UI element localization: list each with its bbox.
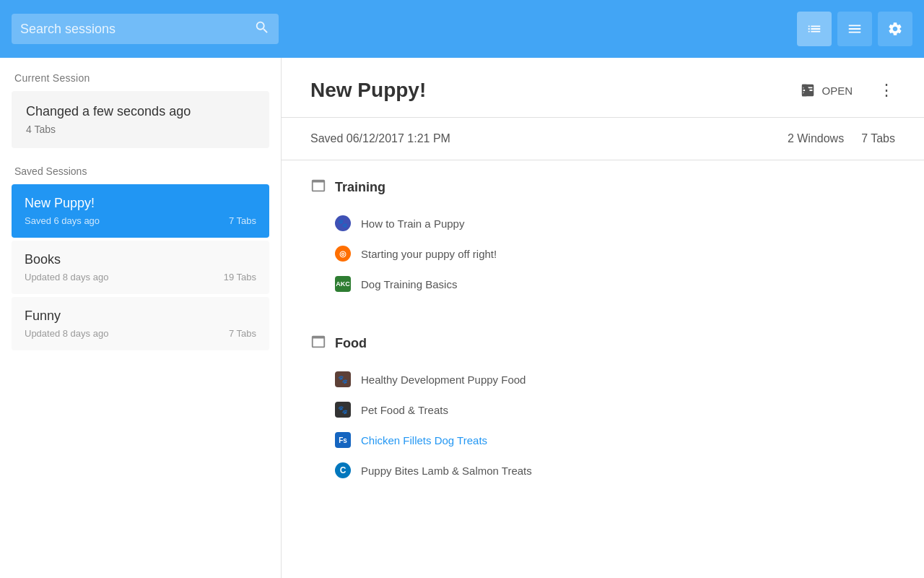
search-icon: [254, 20, 270, 38]
saved-sessions-label: Saved Sessions: [0, 148, 281, 184]
session-name: Funny: [25, 309, 256, 324]
session-item[interactable]: Books Updated 8 days ago 19 Tabs: [12, 241, 269, 294]
detail-panel: New Puppy! OPEN ⋮ Saved 06/12/2017 1:21 …: [282, 58, 924, 578]
tab-title: How to Train a Puppy: [361, 217, 464, 230]
detail-windows-tabs: 2 Windows 7 Tabs: [788, 132, 895, 145]
tab-item[interactable]: 🐾 How to Train a Puppy: [310, 208, 895, 238]
session-date: Updated 8 days ago: [25, 272, 108, 282]
window-label: Training: [335, 180, 385, 195]
tab-title: Puppy Bites Lamb & Salmon Treats: [361, 465, 532, 477]
window-label: Food: [335, 336, 367, 351]
windows-list: Training 🐾 How to Train a Puppy ◎ Starti…: [282, 160, 924, 503]
session-list: New Puppy! Saved 6 days ago 7 Tabs Books…: [0, 184, 281, 350]
tab-item[interactable]: 🐾 Pet Food & Treats: [310, 394, 895, 425]
search-box[interactable]: [12, 14, 279, 44]
tab-item[interactable]: ◎ Starting your puppy off right!: [310, 238, 895, 269]
detail-meta: Saved 06/12/2017 1:21 PM 2 Windows 7 Tab…: [282, 118, 924, 160]
list-dense-view-button[interactable]: [797, 12, 832, 46]
detail-saved-info: Saved 06/12/2017 1:21 PM: [310, 132, 450, 145]
current-session-label: Current Session: [0, 58, 281, 91]
session-date: Updated 8 days ago: [25, 328, 108, 339]
detail-windows-count: 2 Windows: [788, 132, 844, 145]
search-input[interactable]: [20, 22, 247, 37]
open-button[interactable]: OPEN: [791, 77, 861, 104]
tab-favicon: AKC: [335, 276, 351, 292]
tab-title[interactable]: Chicken Fillets Dog Treats: [361, 434, 487, 447]
current-session-tabs: 4 Tabs: [26, 124, 255, 135]
list-view-button[interactable]: [837, 12, 872, 46]
tab-item[interactable]: AKC Dog Training Basics: [310, 269, 895, 299]
tab-title: Dog Training Basics: [361, 278, 457, 290]
tab-favicon: 🐾: [335, 371, 351, 387]
window-icon: [310, 178, 326, 197]
header-actions: [797, 12, 912, 46]
detail-tabs-count: 7 Tabs: [861, 132, 895, 145]
tab-title: Pet Food & Treats: [361, 404, 448, 416]
tab-favicon: ◎: [335, 246, 351, 262]
window-group: Training 🐾 How to Train a Puppy ◎ Starti…: [282, 160, 924, 316]
sidebar: Current Session Changed a few seconds ag…: [0, 58, 282, 578]
window-header: Food: [310, 334, 895, 353]
tab-favicon: Fs: [335, 432, 351, 448]
tab-favicon: 🐾: [335, 402, 351, 418]
session-tabs: 19 Tabs: [224, 272, 256, 282]
session-tabs: 7 Tabs: [229, 328, 256, 339]
detail-title: New Puppy!: [310, 79, 780, 102]
session-tabs: 7 Tabs: [229, 215, 256, 226]
window-header: Training: [310, 178, 895, 197]
tab-title: Healthy Development Puppy Food: [361, 374, 526, 386]
tab-item[interactable]: Fs Chicken Fillets Dog Treats: [310, 425, 895, 455]
session-item[interactable]: Funny Updated 8 days ago 7 Tabs: [12, 297, 269, 350]
open-label: OPEN: [821, 85, 853, 97]
app-header: [0, 0, 924, 58]
session-date: Saved 6 days ago: [25, 215, 100, 226]
tab-title: Starting your puppy off right!: [361, 248, 497, 260]
settings-button[interactable]: [878, 12, 912, 46]
window-group: Food 🐾 Healthy Development Puppy Food 🐾 …: [282, 316, 924, 503]
session-name: New Puppy!: [25, 196, 256, 211]
current-session-card[interactable]: Changed a few seconds ago 4 Tabs: [12, 91, 269, 148]
session-item[interactable]: New Puppy! Saved 6 days ago 7 Tabs: [12, 184, 269, 238]
tab-item[interactable]: C Puppy Bites Lamb & Salmon Treats: [310, 455, 895, 486]
detail-header: New Puppy! OPEN ⋮: [282, 58, 924, 118]
more-options-button[interactable]: ⋮: [873, 75, 901, 105]
tab-item[interactable]: 🐾 Healthy Development Puppy Food: [310, 364, 895, 394]
session-name: Books: [25, 252, 256, 267]
tab-favicon: C: [335, 462, 351, 478]
tab-favicon: 🐾: [335, 215, 351, 231]
main-content: Current Session Changed a few seconds ag…: [0, 58, 924, 578]
window-icon: [310, 334, 326, 353]
current-session-changed: Changed a few seconds ago: [26, 104, 255, 119]
